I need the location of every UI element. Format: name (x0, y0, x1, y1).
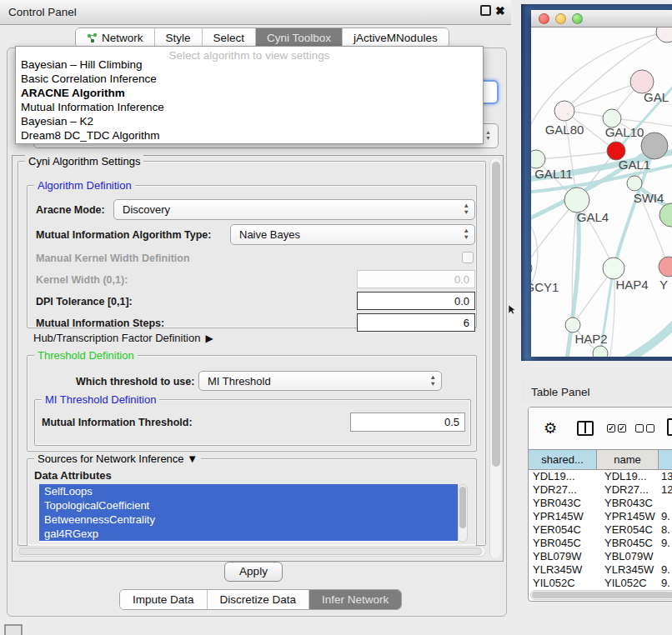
zoom-traffic-light-icon[interactable] (572, 13, 583, 24)
minimize-traffic-light-icon[interactable] (555, 13, 566, 24)
apply-button[interactable]: Apply (224, 562, 283, 582)
close-traffic-light-icon[interactable] (539, 13, 549, 24)
tab-infer-network[interactable]: Infer Network (309, 590, 401, 609)
table-cell[interactable]: YDL19... (529, 470, 597, 483)
hub-transcription-factor-expander[interactable]: Hub/Transcription Factor Definition▶ (33, 332, 213, 344)
table-cell[interactable]: YLR345W (529, 563, 597, 577)
table-row[interactable]: YBR043CYBR043C (529, 497, 672, 510)
table-cell[interactable] (659, 497, 672, 510)
tab-jactivemnodules[interactable]: jActiveMNodules (343, 28, 449, 48)
table-cell[interactable]: 9. (659, 563, 672, 577)
table-cell[interactable]: YBR043C (529, 497, 597, 510)
settings-horizontal-scrollbar[interactable] (16, 546, 486, 557)
algorithm-option-bayesian-hill-climbing[interactable]: Bayesian – Hill Climbing (16, 58, 483, 72)
float-window-icon[interactable] (480, 5, 491, 16)
table-cell[interactable]: YBL079W (529, 550, 597, 563)
dpi-tolerance-field[interactable]: 0.0 (357, 292, 475, 310)
column-header-name[interactable]: name (597, 450, 659, 469)
table-row[interactable]: YER054CYER054C8. (529, 523, 672, 537)
network-node-gal11[interactable] (531, 150, 545, 168)
table-cell[interactable]: YLR345W (597, 563, 659, 577)
table-cell[interactable]: YBR045C (597, 537, 659, 550)
table-cell[interactable]: YDR27... (597, 483, 659, 497)
scrollbar-thumb[interactable] (532, 592, 672, 598)
aracne-mode-combo[interactable]: Discovery ▲▼ (113, 199, 475, 220)
attribute-item-betweennesscentrality[interactable]: BetweennessCentrality (39, 512, 458, 527)
collapse-arrow-icon[interactable]: ▼ (187, 452, 198, 465)
tab-style[interactable]: Style (155, 28, 203, 48)
table-row[interactable]: YBR045CYBR045C9. (529, 537, 672, 550)
mi-threshold-field[interactable]: 0.5 (350, 412, 465, 432)
table-cell[interactable]: 9. (659, 510, 672, 523)
attributes-list-scrollbar[interactable] (458, 484, 468, 542)
table-cell[interactable]: YDL19... (597, 470, 659, 483)
page-icon[interactable] (667, 418, 672, 436)
network-node-hap4[interactable] (603, 258, 624, 279)
column-header-shared-name[interactable]: shared... (529, 450, 597, 469)
table-row[interactable]: YDL19...YDL19...13 (529, 470, 672, 483)
columns-icon[interactable] (577, 421, 594, 436)
table-cell[interactable]: YIL052C (597, 577, 659, 590)
network-node[interactable] (641, 132, 668, 159)
network-node-gal4[interactable] (564, 188, 589, 212)
table-row[interactable]: YDR27...YDR27...12 (529, 483, 672, 497)
table-cell[interactable]: YBR043C (597, 497, 659, 510)
network-node-swi4[interactable] (627, 176, 642, 191)
close-icon[interactable]: ✖ (495, 4, 505, 18)
table-cell[interactable]: 12 (659, 483, 672, 497)
network-node-y[interactable] (659, 257, 672, 277)
network-node[interactable] (656, 28, 672, 42)
table-cell[interactable]: 8. (659, 523, 672, 537)
scrollbar-thumb[interactable] (459, 487, 466, 528)
gear-icon[interactable]: ⚙ (544, 421, 557, 436)
algorithm-option-aracne-algorithm[interactable]: ARACNE Algorithm (16, 86, 483, 100)
attribute-item-selfloops[interactable]: SelfLoops (39, 484, 458, 498)
attribute-item-topologicalcoefficient[interactable]: TopologicalCoefficient (39, 498, 458, 512)
tab-network[interactable]: Network (76, 28, 155, 48)
kernel-width-field[interactable]: 0.0 (357, 270, 475, 288)
table-row[interactable]: YPR145WYPR145W9. (529, 510, 672, 523)
network-node[interactable] (659, 203, 672, 227)
network-node[interactable] (593, 346, 608, 357)
table-cell[interactable]: 9. (659, 577, 672, 590)
table-row[interactable]: YBL079WYBL079W (529, 550, 672, 563)
table-cell[interactable]: YBR045C (529, 537, 597, 550)
mi-type-combo[interactable]: Naive Bayes ▲▼ (230, 224, 475, 245)
algorithm-option-mutual-information-inference[interactable]: Mutual Information Inference (16, 100, 483, 114)
deselect-all-checkboxes-icon[interactable] (635, 424, 654, 432)
algorithm-option-dream8-dc-tdc-algorithm[interactable]: Dream8 DC_TDC Algorithm (16, 128, 483, 142)
tab-select[interactable]: Select (203, 28, 257, 48)
table-cell[interactable] (659, 550, 672, 563)
table-cell[interactable]: YER054C (529, 523, 597, 537)
scrollbar-thumb[interactable] (18, 548, 482, 555)
table-cell[interactable]: YBL079W (597, 550, 659, 563)
table-horizontal-scrollbar[interactable] (530, 590, 672, 600)
which-threshold-combo[interactable]: MI Threshold ▲▼ (198, 371, 442, 391)
column-header-extra[interactable] (659, 450, 672, 469)
table-row[interactable]: YLR345WYLR345W9. (529, 563, 672, 577)
settings-vertical-scrollbar[interactable] (489, 158, 501, 558)
tab-discretize-data[interactable]: Discretize Data (208, 590, 310, 609)
select-all-checkboxes-icon[interactable]: ✓✓ (607, 424, 626, 432)
tab-impute-data[interactable]: Impute Data (120, 590, 208, 609)
algorithm-option-basic-correlation-inference[interactable]: Basic Correlation Inference (16, 72, 483, 86)
network-node-hap2[interactable] (565, 318, 580, 332)
scrollbar-thumb[interactable] (492, 162, 500, 467)
mi-steps-field[interactable]: 6 (357, 313, 475, 332)
manual-kernel-checkbox[interactable] (462, 252, 474, 263)
table-cell[interactable]: YER054C (597, 523, 659, 537)
tab-cyni-toolbox[interactable]: Cyni Toolbox (256, 28, 343, 48)
network-node-gal80[interactable] (554, 101, 574, 121)
network-node-gcy1[interactable] (531, 260, 532, 277)
minimized-panel-icon[interactable] (4, 624, 23, 635)
algorithm-option-bayesian-k2[interactable]: Bayesian – K2 (16, 114, 483, 128)
table-cell[interactable]: YDR27... (529, 483, 597, 497)
table-cell[interactable]: 13 (659, 470, 672, 483)
table-row[interactable]: YIL052CYIL052C9. (529, 577, 672, 590)
table-cell[interactable]: YPR145W (529, 510, 597, 523)
table-cell[interactable]: YIL052C (529, 577, 597, 590)
network-canvas[interactable]: GALGAL80GAL10GAL1GAL11SWI4GAL4GCY1HAP4YH… (531, 28, 672, 357)
table-cell[interactable]: 9. (659, 537, 672, 550)
attribute-item-gal4rgexp[interactable]: gal4RGexp (39, 527, 458, 541)
table-cell[interactable]: YPR145W (597, 510, 659, 523)
